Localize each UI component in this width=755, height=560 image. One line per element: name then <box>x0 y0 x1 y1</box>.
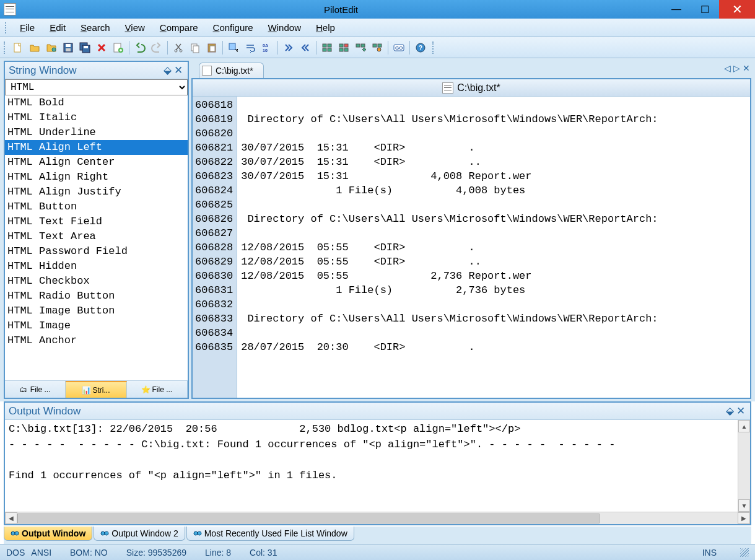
status-encoding1: DOS <box>6 548 25 558</box>
svg-rect-4 <box>66 48 71 51</box>
redo-icon[interactable] <box>149 40 164 55</box>
editor-body[interactable]: 6068186068196068206068216068226068236068… <box>193 97 750 398</box>
tab-close-icon[interactable]: ✕ <box>743 63 750 73</box>
close-panel-icon[interactable]: ✕ <box>173 64 184 77</box>
cut-icon[interactable] <box>171 40 186 55</box>
string-item[interactable]: HTML Anchor <box>5 333 188 348</box>
toolbar-grip[interactable] <box>4 42 7 54</box>
menu-window[interactable]: Window <box>261 20 308 35</box>
minimize-button[interactable]: — <box>662 0 691 19</box>
undo-icon[interactable] <box>133 40 147 55</box>
string-item[interactable]: HTML Password Field <box>5 244 188 259</box>
svg-rect-30 <box>378 44 382 47</box>
pin-icon[interactable]: ⬙ <box>162 64 173 77</box>
scroll-left-icon[interactable]: ◀ <box>5 512 17 524</box>
output-body[interactable]: C:\big.txt[13]: 22/06/2015 20:56 2,530 b… <box>5 420 750 512</box>
bookmark4-icon[interactable] <box>370 40 385 55</box>
string-item[interactable]: HTML Underline <box>5 125 188 140</box>
svg-rect-25 <box>339 48 343 51</box>
menu-view[interactable]: View <box>118 20 152 35</box>
go-icon[interactable]: GO <box>391 40 406 55</box>
svg-rect-3 <box>66 44 71 47</box>
menu-search[interactable]: Search <box>73 20 118 35</box>
status-line: Line: 8 <box>205 548 231 558</box>
title-bar: PilotEdit — ☐ ✕ <box>0 0 755 19</box>
output-tab[interactable]: Output Window 2 <box>94 527 185 541</box>
svg-rect-20 <box>328 44 331 47</box>
menu-grip[interactable] <box>5 22 9 33</box>
new-file-icon[interactable] <box>11 40 25 55</box>
svg-rect-16 <box>229 43 235 50</box>
open-folder-icon[interactable] <box>44 40 59 55</box>
copy-icon[interactable] <box>188 40 203 55</box>
save-all-icon[interactable] <box>77 40 92 55</box>
menu-bar: FileEditSearchViewCompareConfigureWindow… <box>0 19 755 37</box>
hex-view-icon[interactable]: 0A10 <box>260 40 274 55</box>
string-item[interactable]: HTML Image <box>5 318 188 333</box>
svg-rect-27 <box>356 44 360 47</box>
scroll-up-icon[interactable]: ▲ <box>738 420 750 432</box>
string-item[interactable]: HTML Button <box>5 199 188 214</box>
pin-icon[interactable]: ⬙ <box>724 405 735 418</box>
string-item[interactable]: HTML Text Area <box>5 229 188 244</box>
string-item[interactable]: HTML Italic <box>5 110 188 125</box>
svg-rect-28 <box>361 44 365 47</box>
menu-file[interactable]: File <box>12 20 42 35</box>
sidebar-tab[interactable]: 🗂File ... <box>5 381 66 398</box>
svg-point-41 <box>198 532 201 535</box>
next-diff-icon[interactable] <box>281 40 296 55</box>
scroll-down-icon[interactable]: ▼ <box>738 499 750 512</box>
word-wrap-icon[interactable] <box>243 40 258 55</box>
string-item[interactable]: HTML Align Left <box>5 140 188 155</box>
save-icon[interactable] <box>61 40 76 55</box>
status-bar: DOS ANSI BOM: NO Size: 99535269 Line: 8 … <box>0 544 755 560</box>
string-item[interactable]: HTML Align Right <box>5 170 188 185</box>
output-tab[interactable]: Most Recently Used File List Window <box>186 527 354 541</box>
menu-configure[interactable]: Configure <box>206 20 261 35</box>
scroll-right-icon[interactable]: ▶ <box>738 512 750 524</box>
help-icon[interactable]: ? <box>413 40 428 55</box>
paste-icon[interactable] <box>204 40 219 55</box>
sidebar-tab[interactable]: 📊Stri... <box>66 381 126 398</box>
string-item[interactable]: HTML Text Field <box>5 214 188 229</box>
menu-compare[interactable]: Compare <box>152 20 206 35</box>
bookmark1-icon[interactable] <box>320 40 334 55</box>
string-item[interactable]: HTML Radio Button <box>5 289 188 304</box>
svg-rect-29 <box>373 44 377 47</box>
prev-diff-icon[interactable] <box>298 40 313 55</box>
resize-grip[interactable] <box>740 548 749 557</box>
open-file-icon[interactable] <box>27 40 42 55</box>
svg-text:10: 10 <box>263 48 268 53</box>
string-item[interactable]: HTML Bold <box>5 95 188 110</box>
svg-rect-15 <box>210 46 215 51</box>
editor-header: C:\big.txt* <box>193 79 750 97</box>
menu-help[interactable]: Help <box>308 20 343 35</box>
add-file-icon[interactable] <box>111 40 126 55</box>
string-item[interactable]: HTML Align Center <box>5 155 188 170</box>
string-type-select[interactable]: HTML <box>5 79 188 95</box>
status-encoding2: ANSI <box>31 548 51 558</box>
select-element-icon[interactable] <box>226 40 241 55</box>
close-panel-icon[interactable]: ✕ <box>735 405 746 418</box>
string-item[interactable]: HTML Image Button <box>5 304 188 318</box>
delete-icon[interactable] <box>94 40 109 55</box>
output-vscroll[interactable]: ▲ ▼ <box>738 420 750 512</box>
string-item[interactable]: HTML Align Justify <box>5 185 188 199</box>
sidebar-tab[interactable]: ⭐File ... <box>127 381 188 398</box>
close-button[interactable]: ✕ <box>719 0 755 19</box>
string-item[interactable]: HTML Checkbox <box>5 274 188 289</box>
output-hscroll[interactable]: ◀ ▶ <box>5 512 750 524</box>
tab-next-icon[interactable]: ▷ <box>733 63 740 73</box>
toolbar-grip-end[interactable] <box>432 42 436 54</box>
tab-prev-icon[interactable]: ◁ <box>724 63 731 73</box>
menu-edit[interactable]: Edit <box>42 20 73 35</box>
scroll-thumb[interactable] <box>17 514 600 523</box>
string-list[interactable]: HTML BoldHTML ItalicHTML UnderlineHTML A… <box>5 95 188 380</box>
app-icon <box>4 3 16 15</box>
string-item[interactable]: HTML Hidden <box>5 259 188 274</box>
bookmark3-icon[interactable] <box>353 40 368 55</box>
bookmark2-icon[interactable] <box>336 40 351 55</box>
output-tab[interactable]: Output Window <box>4 527 92 541</box>
editor-tab[interactable]: C:\big.txt* <box>199 63 264 78</box>
maximize-button[interactable]: ☐ <box>691 0 719 19</box>
